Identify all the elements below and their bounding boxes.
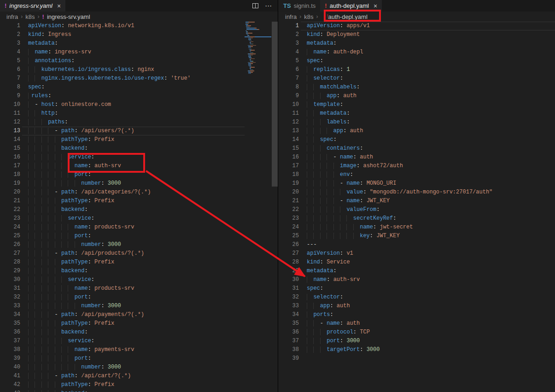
code-line[interactable]: 1apiVersion: apps/v1 xyxy=(279,22,555,30)
code-line[interactable]: 8 matchLabels: xyxy=(279,83,555,92)
code-line[interactable]: 7 nginx.ingress.kubernetes.io/use-regex:… xyxy=(0,74,278,83)
code-line[interactable]: 23 service: xyxy=(0,214,278,223)
code-line[interactable]: 5 annotations: xyxy=(0,57,278,65)
close-tab-icon[interactable]: × xyxy=(57,2,61,10)
code-line[interactable]: 34 - path: /api/payments/?(.*) xyxy=(0,310,278,319)
code-line[interactable]: 27apiVersion: v1 xyxy=(279,249,555,258)
breadcrumb-item-infra[interactable]: infra xyxy=(6,13,18,20)
code-line[interactable]: 10 template: xyxy=(279,100,555,109)
code-line[interactable]: 28kind: Service xyxy=(279,258,555,267)
code-line[interactable]: 19 number: 3000 xyxy=(0,179,278,188)
breadcrumb-item-file[interactable]: ingress-srv.yaml xyxy=(47,13,90,20)
code-line[interactable]: 24 name: jwt-secret xyxy=(279,223,555,232)
code-line[interactable]: 18 env: xyxy=(279,170,555,179)
code-line[interactable]: 13 app: auth xyxy=(279,127,555,135)
code-line[interactable]: 20 value: "mongodb://auth-mongo-srv:2701… xyxy=(279,188,555,197)
code-line[interactable]: 5spec: xyxy=(279,57,555,65)
code-line[interactable]: 22 backend: xyxy=(0,205,278,214)
code-line[interactable]: 40 number: 3000 xyxy=(0,363,278,372)
code-line[interactable]: 4 name: ingress-srv xyxy=(0,48,278,57)
code-line[interactable]: 26--- xyxy=(279,240,555,249)
close-tab-icon[interactable]: × xyxy=(374,2,377,10)
code-line[interactable]: 24 name: products-srv xyxy=(0,223,278,232)
code-line[interactable]: 11 metadata: xyxy=(279,109,555,118)
code-line[interactable]: 12 labels: xyxy=(279,118,555,127)
code-line[interactable]: 29 backend: xyxy=(0,267,278,275)
line-number: 36 xyxy=(279,328,299,337)
breadcrumb-item-infra[interactable]: infra xyxy=(285,13,297,20)
code-line[interactable]: 14 pathType: Prefix xyxy=(0,135,278,144)
code-line[interactable]: 38 name: payments-srv xyxy=(0,345,278,354)
code-line[interactable]: 15 containers: xyxy=(279,144,555,153)
code-line[interactable]: 36 protocol: TCP xyxy=(279,328,555,337)
code-line[interactable]: 17 image: ashot72/auth xyxy=(279,162,555,170)
code-line[interactable]: 29metadata: xyxy=(279,267,555,275)
code-line[interactable]: 36 backend: xyxy=(0,328,278,337)
code-line[interactable]: 41 - path: /api/cart/?(.*) xyxy=(0,372,278,380)
breadcrumb-item-file[interactable]: auth-depl.yaml xyxy=(328,13,368,20)
code-line[interactable]: 39 xyxy=(279,354,555,363)
code-line[interactable]: 38 targetPort: 3000 xyxy=(279,345,555,354)
code-line[interactable]: 7 selector: xyxy=(279,74,555,83)
code-line[interactable]: 35 - name: auth xyxy=(279,319,555,328)
code-editor-ingress-srv[interactable]: 1apiVersion: networking.k8s.io/v12kind: … xyxy=(0,22,278,392)
code-line[interactable]: 3metadata: xyxy=(279,39,555,48)
code-line[interactable]: 21 pathType: Prefix xyxy=(0,197,278,205)
code-line[interactable]: 16 service: xyxy=(0,153,278,162)
code-line[interactable]: 9 rules: xyxy=(0,92,278,100)
breadcrumb-item-k8s[interactable]: k8s xyxy=(25,13,35,20)
code-line[interactable]: 43 backend: xyxy=(0,389,278,392)
code-editor-auth-depl[interactable]: 1apiVersion: apps/v12kind: Deployment3me… xyxy=(279,22,555,392)
vertical-scrollbar[interactable] xyxy=(272,22,278,187)
code-line[interactable]: 31 name: products-srv xyxy=(0,284,278,293)
tab-auth-depl-yaml[interactable]: ! auth-depl.yaml × xyxy=(320,0,382,12)
code-line[interactable]: 1apiVersion: networking.k8s.io/v1 xyxy=(0,22,278,30)
code-line[interactable]: 15 backend: xyxy=(0,144,278,153)
code-line[interactable]: 37 port: 3000 xyxy=(279,337,555,345)
minimap[interactable] xyxy=(245,22,271,82)
more-actions-icon[interactable]: ⋯ xyxy=(265,2,272,10)
code-line[interactable]: 25 port: xyxy=(0,232,278,240)
code-line[interactable]: 8spec: xyxy=(0,83,278,92)
code-line[interactable]: 31spec: xyxy=(279,284,555,293)
split-editor-icon[interactable] xyxy=(252,3,258,8)
code-line[interactable]: 34 ports: xyxy=(279,310,555,319)
code-line[interactable]: 6 replicas: 1 xyxy=(279,65,555,74)
code-line[interactable]: 19 - name: MONGO_URI xyxy=(279,179,555,188)
code-line[interactable]: 9 app: auth xyxy=(279,92,555,100)
code-line[interactable]: 13 - path: /api/users/?(.*) xyxy=(0,127,278,135)
code-line[interactable]: 2kind: Deployment xyxy=(279,30,555,39)
code-line[interactable]: 30 name: auth-srv xyxy=(279,275,555,284)
code-line[interactable]: 28 pathType: Prefix xyxy=(0,258,278,267)
code-line[interactable]: 30 service: xyxy=(0,275,278,284)
code-line[interactable]: 42 pathType: Prefix xyxy=(0,380,278,389)
code-line[interactable]: 25 key: JWT_KEY xyxy=(279,232,555,240)
tab-signin-ts[interactable]: TS signin.ts xyxy=(279,0,320,12)
code-line[interactable]: 23 secretKeyRef: xyxy=(279,214,555,223)
code-line[interactable]: 21 - name: JWT_KEY xyxy=(279,197,555,205)
code-line[interactable]: 2kind: Ingress xyxy=(0,30,278,39)
breadcrumb-item-k8s[interactable]: k8s xyxy=(304,13,313,20)
tab-ingress-srv-yaml[interactable]: ! ingress-srv.yaml × xyxy=(0,0,65,12)
code-line[interactable]: 12 paths: xyxy=(0,118,278,127)
code-line[interactable]: 3metadata: xyxy=(0,39,278,48)
code-line[interactable]: 35 pathType: Prefix xyxy=(0,319,278,328)
code-line[interactable]: 37 service: xyxy=(0,337,278,345)
code-line[interactable]: 10 - host: onlinestore.com xyxy=(0,100,278,109)
code-line[interactable]: 27 - path: /api/products/?(.*) xyxy=(0,249,278,258)
code-line[interactable]: 32 port: xyxy=(0,293,278,302)
code-line[interactable]: 32 selector: xyxy=(279,293,555,302)
code-line[interactable]: 14 spec: xyxy=(279,135,555,144)
code-line[interactable]: 4 name: auth-depl xyxy=(279,48,555,57)
code-line[interactable]: 11 http: xyxy=(0,109,278,118)
code-line[interactable]: 6 kubernetes.io/ingress.class: nginx xyxy=(0,65,278,74)
code-line[interactable]: 17 name: auth-srv xyxy=(0,162,278,170)
code-line[interactable]: 20 - path: /api/categories/?(.*) xyxy=(0,188,278,197)
code-line[interactable]: 33 number: 3000 xyxy=(0,302,278,310)
code-line[interactable]: 26 number: 3000 xyxy=(0,240,278,249)
code-line[interactable]: 33 app: auth xyxy=(279,302,555,310)
code-line[interactable]: 18 port: xyxy=(0,170,278,179)
code-line[interactable]: 16 - name: auth xyxy=(279,153,555,162)
code-line[interactable]: 39 port: xyxy=(0,354,278,363)
code-line[interactable]: 22 valueFrom: xyxy=(279,205,555,214)
